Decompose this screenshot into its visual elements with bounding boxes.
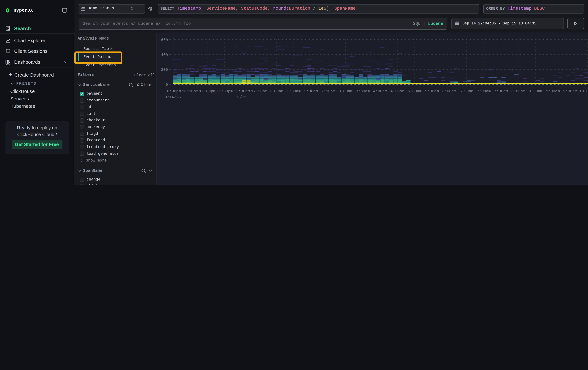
svg-text:2:00am: 2:00am — [304, 89, 318, 93]
svg-text:400: 400 — [161, 53, 168, 57]
svg-text:9:00am: 9:00am — [546, 89, 559, 93]
svg-text:8:00am: 8:00am — [511, 89, 525, 93]
svg-text:6:30am: 6:30am — [459, 89, 473, 93]
svg-text:4:30am: 4:30am — [390, 89, 404, 93]
svg-text:1:00am: 1:00am — [269, 89, 283, 93]
svg-text:12:30am: 12:30am — [251, 89, 267, 93]
svg-text:9:30am: 9:30am — [563, 89, 577, 93]
svg-text:10:00am: 10:00am — [579, 89, 588, 93]
svg-text:2:30am: 2:30am — [321, 89, 335, 93]
svg-text:11:30pm: 11:30pm — [216, 89, 232, 93]
svg-text:9/14/25: 9/14/25 — [165, 95, 181, 99]
svg-text:5:30am: 5:30am — [425, 89, 439, 93]
svg-text:600: 600 — [161, 38, 168, 42]
svg-text:0: 0 — [166, 82, 168, 87]
svg-text:12:00am: 12:00am — [234, 89, 250, 93]
svg-text:200: 200 — [161, 67, 168, 72]
svg-text:7:00am: 7:00am — [477, 89, 490, 93]
svg-text:1:30am: 1:30am — [287, 89, 300, 93]
svg-text:10:30pm: 10:30pm — [182, 89, 198, 93]
svg-text:3:30am: 3:30am — [356, 89, 369, 93]
svg-text:9/15: 9/15 — [237, 95, 246, 99]
svg-text:8:30am: 8:30am — [528, 89, 542, 93]
svg-text:3:00am: 3:00am — [338, 89, 352, 93]
svg-text:6:00am: 6:00am — [442, 89, 456, 93]
svg-text:11:00pm: 11:00pm — [199, 89, 215, 93]
svg-text:5:00am: 5:00am — [408, 89, 421, 93]
svg-text:10:00pm: 10:00pm — [165, 89, 181, 93]
svg-text:7:30am: 7:30am — [494, 89, 508, 93]
svg-text:4:00am: 4:00am — [373, 89, 387, 93]
